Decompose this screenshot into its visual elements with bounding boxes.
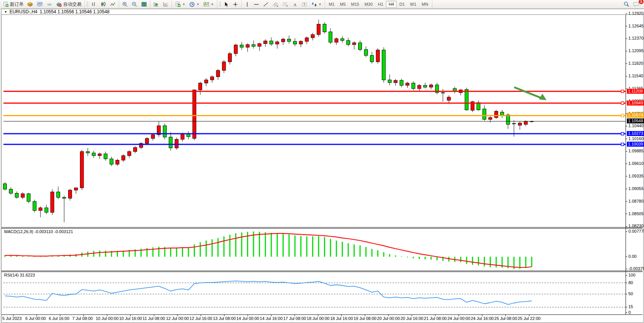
crosshair-button[interactable] <box>231 1 240 8</box>
candle <box>86 152 89 153</box>
line-handle[interactable] <box>621 133 624 135</box>
candle <box>311 35 314 38</box>
candle <box>33 201 36 211</box>
date-label: 17 Jul 08:00 <box>283 316 306 321</box>
candle <box>370 56 374 62</box>
candle <box>252 45 255 46</box>
line-chart-button[interactable] <box>108 1 118 8</box>
rsi-tick-label: 100 <box>628 273 635 277</box>
new-order-button[interactable]: 新订单 <box>1 0 26 8</box>
auto-trading-label: 自动交易 <box>63 1 81 8</box>
text-icon: A <box>292 2 298 7</box>
timeframe-button-D1[interactable]: D1 <box>397 1 407 8</box>
candle <box>506 115 510 125</box>
price-tick-label: 1.10160 <box>628 136 644 141</box>
candlestick-chart-button[interactable] <box>99 1 108 8</box>
line-handle[interactable] <box>621 90 624 93</box>
market-button[interactable] <box>26 1 35 8</box>
horizontal-line-icon <box>253 2 259 7</box>
candle <box>122 156 125 160</box>
timeframe-button-M5[interactable]: M5 <box>337 1 348 8</box>
candle <box>258 44 261 46</box>
templates-button[interactable]: ▼ <box>201 1 216 8</box>
chevron-down-icon: ▼ <box>211 3 214 6</box>
price-line-tag: 1.10949 <box>627 101 644 106</box>
macd-tick-label: 0.00 <box>628 254 636 259</box>
channel-button[interactable]: E <box>271 1 281 8</box>
search-button[interactable] <box>622 0 631 8</box>
candle <box>299 42 303 44</box>
candle <box>240 45 244 47</box>
timeframe-button-H4[interactable]: H4 <box>386 1 397 8</box>
auto-scroll-button[interactable] <box>151 1 161 8</box>
tile-windows-button[interactable] <box>139 1 149 8</box>
trendline-button[interactable] <box>261 1 271 8</box>
arrow-object[interactable] <box>514 87 544 99</box>
bar-chart-button[interactable] <box>89 1 99 8</box>
timeframe-button-M30[interactable]: M30 <box>362 1 375 8</box>
date-label: 20 Jul 00:00 <box>377 316 400 321</box>
periods-clock-icon <box>189 2 195 7</box>
svg-text:F: F <box>287 5 288 7</box>
candle <box>181 134 184 139</box>
auto-trading-button[interactable]: 自动交易 <box>54 0 83 8</box>
price-line-tag: 1.10674 <box>627 113 644 118</box>
terminal-button[interactable] <box>35 1 45 8</box>
line-handle[interactable] <box>621 143 624 146</box>
candle <box>477 102 480 110</box>
candle <box>45 208 48 213</box>
chart-canvas[interactable] <box>2 9 643 322</box>
zoom-out-button[interactable] <box>130 1 139 8</box>
timeframe-button-M1[interactable]: M1 <box>326 1 337 8</box>
chart-window[interactable]: ▼ EURUSD-,H4 1.10554 1.10556 1.10546 1.1… <box>1 9 644 323</box>
timeframe-button-MN[interactable]: MN <box>419 1 431 8</box>
vertical-line-button[interactable] <box>243 1 252 8</box>
date-label: 24 Jul 00:00 <box>447 316 470 321</box>
candle <box>169 137 172 148</box>
new-order-icon <box>3 2 9 7</box>
price-tick-label: 1.08505 <box>628 211 644 216</box>
line-chart-icon <box>110 2 116 7</box>
timeframe-button-W1[interactable]: W1 <box>407 1 419 8</box>
candle <box>15 193 19 197</box>
notifications-button[interactable]: 1 <box>631 0 642 8</box>
price-tick-label: 1.09055 <box>628 186 644 191</box>
date-label: 12 Jul 16:00 <box>190 316 212 321</box>
text-label-icon: T <box>301 2 308 7</box>
auto-scroll-icon <box>153 2 159 7</box>
chevron-down-icon: ▼ <box>319 3 322 6</box>
text-button[interactable]: A <box>290 1 300 8</box>
chart-shift-button[interactable] <box>161 1 171 8</box>
rsi-tick-label: 15 <box>628 304 633 309</box>
arrows-button[interactable]: ▼ <box>309 1 324 8</box>
candle <box>352 43 356 45</box>
periods-button[interactable]: ▼ <box>187 1 201 8</box>
text-label-button[interactable]: T <box>300 1 309 8</box>
line-handle[interactable] <box>621 102 624 104</box>
cursor-button[interactable] <box>222 1 231 8</box>
line-handle[interactable] <box>621 114 624 117</box>
macd-tick-label: -0.003797 <box>628 266 644 271</box>
signals-button[interactable] <box>45 1 54 8</box>
date-label: 6 Jul 16:00 <box>49 316 69 321</box>
candle <box>264 41 267 43</box>
timeframe-button-M15[interactable]: M15 <box>348 1 362 8</box>
toolbar-drag-handle <box>87 2 88 7</box>
price-tick-label: 1.11540 <box>628 74 643 78</box>
zoom-in-button[interactable] <box>120 1 130 8</box>
candle <box>524 121 528 124</box>
svg-text:E: E <box>277 5 278 7</box>
macd-indicator-label: MACD(12,26,9) -0.003110 -0.003121 <box>4 229 73 234</box>
candle <box>110 159 113 164</box>
price-tick-label: 1.12645 <box>628 24 644 28</box>
candle <box>57 192 60 197</box>
indicators-button[interactable]: ▼ <box>173 1 187 8</box>
candle <box>483 109 486 119</box>
fibonacci-button[interactable]: F <box>281 1 290 8</box>
candle <box>317 24 320 34</box>
horizontal-line-button[interactable] <box>252 1 261 8</box>
date-label: 18 Jul 16:00 <box>330 316 353 321</box>
timeframe-button-H1[interactable]: H1 <box>375 1 386 8</box>
candle <box>269 41 273 44</box>
rsi-tick-label: 0 <box>628 310 631 315</box>
